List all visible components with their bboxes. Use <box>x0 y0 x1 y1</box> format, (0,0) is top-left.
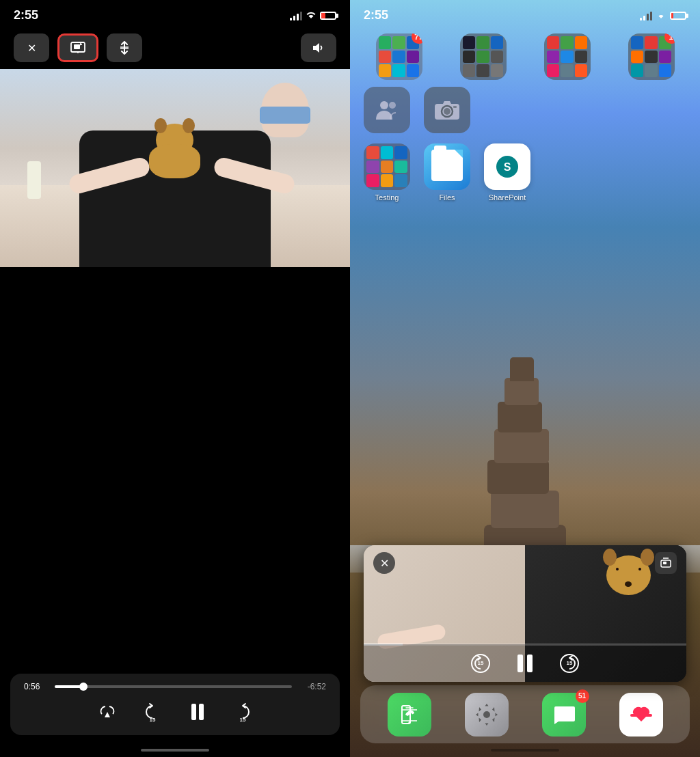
pip-skip-back-label: 15 <box>478 660 484 666</box>
messages-badge: 51 <box>576 689 589 703</box>
pip-puppy <box>597 555 659 610</box>
left-panel: 2:55 ✕ <box>0 0 350 757</box>
resize-icon <box>118 41 131 55</box>
camera-folder-wrapper <box>448 33 518 80</box>
pip-skip-forward-label: 15 <box>567 660 573 666</box>
svg-point-28 <box>483 711 490 718</box>
pip-expand-icon <box>660 558 671 568</box>
games-folder[interactable] <box>544 33 591 80</box>
screen-icon <box>70 42 85 54</box>
svg-rect-31 <box>643 714 652 717</box>
people-icon <box>373 96 401 124</box>
pip-pause-button[interactable] <box>515 652 535 674</box>
row3-icons: Testing Files S SharePoint <box>350 143 700 202</box>
testing-folder-wrapper: Testing <box>364 143 410 202</box>
svg-rect-17 <box>453 106 457 108</box>
right-status-bar: 2:55 <box>350 0 700 27</box>
left-status-icons <box>290 10 336 21</box>
video-scene <box>0 69 350 267</box>
social-folder[interactable]: 77 <box>376 33 422 80</box>
camera-app-wrapper <box>424 87 470 133</box>
files-app-wrapper: Files <box>424 143 470 202</box>
puppy <box>144 124 206 178</box>
svg-marker-7 <box>313 43 319 53</box>
close-button[interactable]: ✕ <box>14 33 49 62</box>
messages-icon <box>552 702 576 727</box>
sharepoint-app-wrapper: S SharePoint <box>484 143 530 202</box>
settings-dock-icon[interactable] <box>465 693 509 737</box>
skip-forward-label: 15 <box>240 717 246 723</box>
right-status-icons <box>640 10 686 22</box>
pip-overlay[interactable]: ✕ 15 <box>364 545 686 682</box>
signal-icon <box>290 11 302 20</box>
svg-rect-30 <box>640 710 643 719</box>
camera-folder[interactable] <box>460 33 507 80</box>
volume-icon <box>311 41 326 55</box>
mask <box>260 107 310 124</box>
pip-skip-back-button[interactable]: 15 <box>470 652 492 674</box>
svg-rect-10 <box>191 704 196 720</box>
svg-text:S: S <box>504 161 511 173</box>
screen-button[interactable] <box>57 33 98 62</box>
skip-forward-button[interactable]: 15 <box>230 700 255 724</box>
phone-icon <box>398 703 421 726</box>
end-time: -6:52 <box>299 682 326 691</box>
video-area <box>0 69 350 267</box>
pause-button[interactable] <box>185 700 210 724</box>
settings-icon <box>474 702 499 727</box>
progress-bar-container: 0:56 -6:52 <box>24 682 326 691</box>
battery-fill-right <box>671 13 673 18</box>
bottom-controls: 0:56 -6:52 15 <box>10 674 340 735</box>
svg-rect-22 <box>663 562 667 564</box>
svg-rect-24 <box>517 655 523 672</box>
battery-icon <box>320 12 336 20</box>
right-panel: 2:55 77 <box>350 0 700 757</box>
right-home-indicator <box>491 749 559 752</box>
testing-label: Testing <box>375 193 399 202</box>
airplay-button[interactable] <box>95 700 120 724</box>
left-home-indicator <box>141 749 209 752</box>
health-icon <box>629 702 654 727</box>
progress-thumb <box>79 683 88 691</box>
sharepoint-icon: S <box>492 152 522 182</box>
resize-button[interactable] <box>107 33 142 62</box>
left-status-bar: 2:55 <box>0 0 350 27</box>
sharepoint-app-icon[interactable]: S <box>484 143 530 190</box>
airplay-icon <box>100 704 115 719</box>
svg-point-27 <box>408 721 410 724</box>
battery-icon-right <box>670 12 686 20</box>
files-app-icon[interactable] <box>424 143 470 190</box>
mixed-folder-wrapper: 1 <box>616 33 686 80</box>
right-time: 2:55 <box>364 8 388 23</box>
pause-icon <box>189 702 206 721</box>
battery-fill <box>321 13 325 18</box>
playback-controls: 15 15 <box>24 697 326 727</box>
phone-dock-icon[interactable] <box>388 693 431 737</box>
black-below <box>0 267 350 667</box>
skip-back-label: 15 <box>150 717 156 723</box>
svg-point-13 <box>389 102 396 109</box>
testing-folder-icon[interactable] <box>364 143 410 190</box>
pip-skip-forward-button[interactable]: 15 <box>558 652 580 674</box>
messages-dock-icon[interactable]: 51 <box>542 693 586 737</box>
left-toolbar: ✕ <box>0 27 350 69</box>
games-folder-wrapper <box>532 33 602 80</box>
left-time: 2:55 <box>14 8 38 23</box>
svg-rect-11 <box>199 704 204 720</box>
health-dock-icon[interactable] <box>619 693 663 737</box>
progress-track[interactable] <box>55 685 292 688</box>
signal-icon-right <box>640 11 652 20</box>
svg-rect-29 <box>630 714 640 717</box>
wifi-icon <box>306 10 317 21</box>
pip-expand-button[interactable] <box>655 552 677 574</box>
sharepoint-label: SharePoint <box>489 193 526 202</box>
svg-rect-25 <box>527 655 533 672</box>
camera-app-icon[interactable] <box>424 87 470 133</box>
people-app-icon[interactable] <box>364 87 410 133</box>
mixed-folder[interactable]: 1 <box>628 33 675 80</box>
volume-button[interactable] <box>301 33 336 62</box>
rock-formation <box>470 361 580 566</box>
skip-back-button[interactable]: 15 <box>140 700 165 724</box>
pip-pause-icon <box>515 652 535 674</box>
pip-close-button[interactable]: ✕ <box>373 552 395 574</box>
